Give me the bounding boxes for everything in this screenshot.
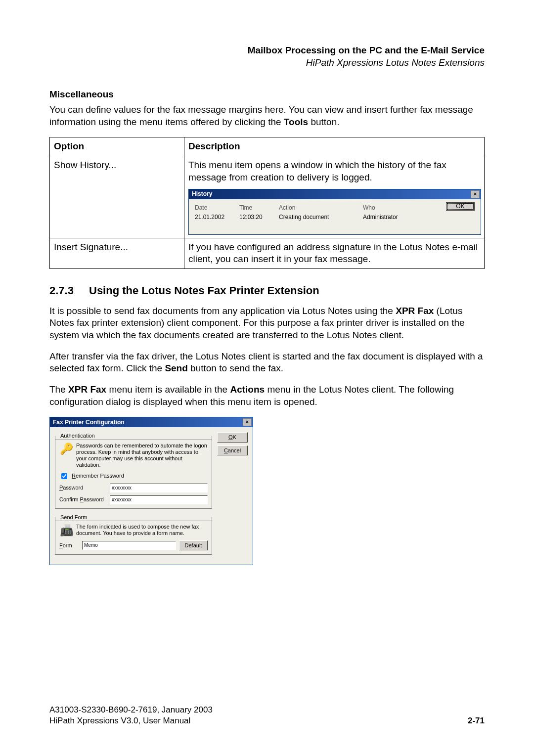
footer-line2: HiPath Xpressions V3.0, User Manual	[49, 715, 213, 726]
history-col-action: Action Creating document	[279, 204, 363, 222]
form-name-row: Form Default	[59, 540, 208, 550]
history-col-date: Date 21.01.2002	[195, 204, 239, 222]
section-heading-273: 2.7.3Using the Lotus Notes Fax Printer E…	[49, 284, 485, 298]
page-number: 2-71	[468, 715, 485, 726]
col-header-option: Option	[50, 137, 184, 156]
cell: Creating document	[279, 214, 363, 222]
paragraph: After transfer via the fax driver, the L…	[49, 351, 485, 375]
auth-text: Passwords can be remembered to automate …	[76, 443, 208, 469]
group-row: 🔑 Passwords can be remembered to automat…	[59, 443, 208, 469]
close-icon[interactable]: ×	[471, 190, 480, 198]
fax-printer-config-dialog: Fax Printer Configuration × Authenticati…	[49, 417, 253, 565]
col-header: Who	[363, 204, 412, 212]
remember-password-row: Remember Password	[59, 472, 208, 481]
history-col-who: Who Administrator	[363, 204, 412, 222]
cell-option: Show History...	[50, 156, 184, 238]
section-title: Using the Lotus Notes Fax Printer Extens…	[89, 284, 319, 297]
col-header: Time	[239, 204, 279, 212]
text: button.	[308, 117, 339, 127]
cell-description: If you have configured an address signat…	[184, 238, 485, 268]
text: button to send the fax.	[188, 363, 283, 373]
footer-left: A31003-S2330-B690-2-7619, January 2003 H…	[49, 705, 213, 726]
page-footer: A31003-S2330-B690-2-7619, January 2003 H…	[49, 705, 485, 726]
page-header: Mailbox Processing on the PC and the E-M…	[49, 44, 485, 69]
col-header: Action	[279, 204, 363, 212]
section-heading-miscellaneous: Miscellaneous	[49, 89, 485, 101]
fax-dialog-body: Authentication 🔑 Passwords can be rememb…	[50, 427, 253, 565]
group-row: 📠 The form indicated is used to compose …	[59, 524, 208, 537]
text-bold: Tools	[284, 117, 308, 127]
col-header: Date	[195, 204, 239, 212]
cell: 12:03:20	[239, 214, 279, 222]
remember-password-checkbox[interactable]	[61, 473, 67, 479]
footer-line1: A31003-S2330-B690-2-7619, January 2003	[49, 705, 213, 715]
cancel-button[interactable]: Cancel	[217, 445, 248, 455]
password-label: Password	[59, 484, 107, 491]
ok-button[interactable]: OK	[446, 202, 475, 211]
header-title: Mailbox Processing on the PC and the E-M…	[49, 44, 485, 57]
text-bold: XPR Fax	[396, 306, 434, 316]
text: You can define values for the fax messag…	[49, 104, 473, 127]
options-table: Option Description Show History... This …	[49, 137, 485, 269]
close-icon[interactable]: ×	[243, 418, 252, 426]
document-page: Mailbox Processing on the PC and the E-M…	[0, 0, 534, 756]
default-button[interactable]: Default	[179, 540, 208, 550]
text-bold: Send	[165, 363, 187, 373]
section-number: 2.7.3	[49, 284, 89, 298]
history-col-time: Time 12:03:20	[239, 204, 279, 222]
table-row: Show History... This menu item opens a w…	[50, 156, 485, 238]
authentication-group: Authentication 🔑 Passwords can be rememb…	[55, 432, 212, 508]
text: The	[49, 384, 68, 395]
cell-option: Insert Signature...	[50, 238, 184, 268]
remember-password-label: Remember Password	[72, 472, 124, 479]
dialog-title: Fax Printer Configuration	[53, 419, 125, 427]
cell: Administrator	[363, 214, 412, 222]
history-window: History × Date 21.01.2002 Time 12:03:20	[188, 189, 481, 235]
password-input[interactable]	[110, 484, 208, 492]
paragraph: It is possible to send fax documents fro…	[49, 305, 485, 342]
confirm-password-row: Confirm Password	[59, 495, 208, 504]
form-name-input[interactable]	[82, 541, 176, 550]
table-row: Insert Signature... If you have configur…	[50, 238, 485, 268]
table-header-row: Option Description	[50, 137, 485, 156]
header-subtitle: HiPath Xpressions Lotus Notes Extensions	[49, 57, 485, 69]
cell: 21.01.2002	[195, 214, 239, 222]
sendform-text: The form indicated is used to compose th…	[76, 524, 208, 536]
text-bold: Actions	[230, 384, 265, 395]
history-body: Date 21.01.2002 Time 12:03:20 Action Cre…	[189, 199, 481, 234]
text: It is possible to send fax documents fro…	[49, 306, 396, 316]
desc-text: This menu item opens a window in which t…	[188, 159, 480, 183]
cell-description: This menu item opens a window in which t…	[184, 156, 485, 238]
paragraph: The XPR Fax menu item is available in th…	[49, 384, 485, 408]
history-title: History	[192, 190, 212, 198]
fax-dialog-titlebar: Fax Printer Configuration ×	[50, 417, 253, 427]
confirm-password-input[interactable]	[110, 495, 208, 504]
text-bold: XPR Fax	[68, 384, 106, 395]
misc-paragraph: You can define values for the fax messag…	[49, 104, 485, 128]
fax-dialog-right: OK Cancel	[217, 432, 248, 560]
form-label: Form	[59, 542, 79, 549]
key-icon: 🔑	[59, 443, 73, 456]
history-titlebar: History ×	[189, 189, 481, 199]
fax-icon: 📠	[59, 524, 73, 537]
send-form-group: Send Form 📠 The form indicated is used t…	[55, 514, 212, 555]
text: menu item is available in the	[106, 384, 230, 395]
ok-button[interactable]: OK	[217, 432, 248, 442]
confirm-password-label: Confirm Password	[59, 496, 107, 503]
password-row: Password	[59, 484, 208, 492]
col-header-description: Description	[184, 137, 485, 156]
group-legend: Authentication	[59, 432, 96, 439]
fax-dialog-left: Authentication 🔑 Passwords can be rememb…	[55, 432, 212, 560]
group-legend: Send Form	[59, 514, 88, 521]
